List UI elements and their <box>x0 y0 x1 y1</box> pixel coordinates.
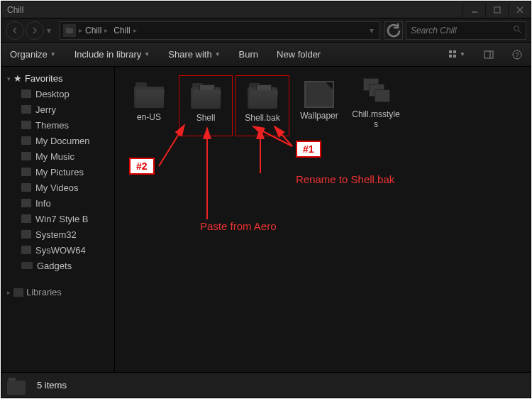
folder-item-en-us[interactable]: en-US <box>122 75 176 136</box>
svg-rect-9 <box>453 50 456 53</box>
include-in-library-button[interactable]: Include in library▼ <box>74 49 150 60</box>
folder-item-shell-bak[interactable]: Shell.bak <box>235 75 289 136</box>
svg-rect-1 <box>494 7 500 13</box>
msstyles-icon <box>360 78 392 106</box>
star-icon: ★ <box>13 73 22 84</box>
close-button[interactable] <box>508 3 531 17</box>
breadcrumb[interactable]: ▸ Chill ▸ Chill ▸ ▾ <box>60 21 380 40</box>
folder-icon <box>21 214 31 223</box>
toolbar-label: Burn <box>239 49 258 60</box>
gadgets-icon <box>21 262 33 269</box>
sidebar: ▾ ★ Favorites Desktop Jerry Themes My Do… <box>1 67 115 376</box>
sidebar-item-gadgets[interactable]: Gadgets <box>1 258 114 273</box>
sidebar-favorites-header[interactable]: ▾ ★ Favorites <box>1 71 114 86</box>
view-options-button[interactable]: ▼ <box>448 50 465 60</box>
help-button[interactable]: ? <box>512 50 522 60</box>
file-label: Chill.msstyles <box>350 109 401 129</box>
status-count: 5 items <box>37 380 67 390</box>
sidebar-item-label: Themes <box>35 120 69 131</box>
preview-pane-button[interactable] <box>484 50 494 60</box>
file-item-wallpaper[interactable]: Wallpaper <box>292 75 346 136</box>
sidebar-item-label: System32 <box>35 229 77 240</box>
history-dropdown-icon[interactable]: ▾ <box>47 26 55 35</box>
window-title: Chill <box>7 5 462 15</box>
folder-icon <box>63 24 76 37</box>
sidebar-header-label: Libraries <box>26 287 62 297</box>
breadcrumb-label: Chill <box>85 26 101 35</box>
annotation-callout-2: #2 <box>129 158 155 175</box>
annotation-text-rename: Rename to Shell.bak <box>296 173 394 185</box>
chevron-right-icon: ▸ <box>133 26 137 34</box>
svg-rect-10 <box>449 55 452 58</box>
breadcrumb-label: Chill <box>113 26 130 35</box>
svg-point-6 <box>514 26 519 31</box>
sidebar-header-label: Favorites <box>25 73 62 84</box>
file-label: Wallpaper <box>300 111 338 131</box>
breadcrumb-segment[interactable]: Chill ▸ <box>82 26 111 35</box>
chevron-down-icon: ▼ <box>215 51 221 58</box>
sidebar-item-label: My Videos <box>35 182 78 193</box>
file-label: Shell <box>196 113 216 133</box>
svg-rect-5 <box>66 28 69 29</box>
sidebar-item-label: Info <box>35 198 51 209</box>
folder-icon <box>21 121 31 129</box>
svg-text:?: ? <box>515 51 519 58</box>
back-button[interactable] <box>6 21 24 40</box>
folder-icon <box>21 89 31 98</box>
chevron-down-icon: ▼ <box>50 51 56 58</box>
sidebar-item-system32[interactable]: System32 <box>1 226 114 242</box>
maximize-button[interactable] <box>485 3 508 17</box>
folder-icon <box>21 230 31 239</box>
file-item-chill-msstyles[interactable]: Chill.msstyles <box>349 75 403 136</box>
toolbar-label: Share with <box>168 49 211 60</box>
folder-icon <box>21 183 31 192</box>
forward-button[interactable] <box>26 21 44 40</box>
sidebar-item-label: My Music <box>35 151 74 162</box>
folder-icon <box>21 152 31 160</box>
breadcrumb-segment[interactable]: Chill ▸ <box>111 26 139 35</box>
annotation-callout-1: #1 <box>296 141 321 158</box>
folder-icon <box>133 78 165 109</box>
toolbar-label: Organize <box>10 49 48 60</box>
chevron-right-icon: ▸ <box>104 26 108 34</box>
chevron-down-icon: ▼ <box>460 51 465 58</box>
sidebar-item-my-pictures[interactable]: My Pictures <box>1 164 114 180</box>
burn-button[interactable]: Burn <box>239 49 258 60</box>
sidebar-item-themes[interactable]: Themes <box>1 117 114 133</box>
share-with-button[interactable]: Share with▼ <box>168 49 220 60</box>
sidebar-item-syswow64[interactable]: SysWOW64 <box>1 242 114 258</box>
file-label: Shell.bak <box>245 113 279 133</box>
refresh-button[interactable] <box>384 21 403 40</box>
sidebar-item-my-documents[interactable]: My Documen <box>1 133 114 148</box>
folder-item-shell[interactable]: Shell <box>179 75 233 136</box>
svg-rect-11 <box>453 55 456 58</box>
sidebar-item-label: Win7 Style B <box>35 214 88 224</box>
search-box[interactable] <box>406 21 526 40</box>
sidebar-item-my-music[interactable]: My Music <box>1 148 114 164</box>
sidebar-item-win7-style[interactable]: Win7 Style B <box>1 211 114 226</box>
minimize-button[interactable] <box>462 3 485 17</box>
content-pane[interactable]: en-US Shell Shell.bak Wallpaper Chill.ms… <box>115 67 531 376</box>
sidebar-item-desktop[interactable]: Desktop <box>1 86 114 102</box>
svg-line-7 <box>519 31 521 33</box>
search-input[interactable] <box>411 26 510 35</box>
toolbar-label: New folder <box>277 49 321 60</box>
toolbar: Organize▼ Include in library▼ Share with… <box>1 43 531 67</box>
sidebar-item-label: Jerry <box>35 104 56 115</box>
sidebar-item-label: Gadgets <box>37 261 72 271</box>
sidebar-item-my-videos[interactable]: My Videos <box>1 180 114 195</box>
status-bar: 5 items <box>1 372 531 398</box>
chevron-down-icon[interactable]: ▾ <box>370 26 374 35</box>
chevron-down-icon: ▼ <box>144 51 150 58</box>
sidebar-item-info[interactable]: Info <box>1 195 114 211</box>
folder-icon <box>21 199 31 207</box>
svg-rect-4 <box>66 28 73 33</box>
svg-rect-12 <box>484 51 493 58</box>
chevron-right-icon: ▸ <box>7 289 11 296</box>
libraries-icon <box>13 288 23 297</box>
folder-icon <box>21 246 31 254</box>
organize-button[interactable]: Organize▼ <box>10 49 56 60</box>
new-folder-button[interactable]: New folder <box>277 49 321 60</box>
sidebar-libraries-header[interactable]: ▸ Libraries <box>1 285 114 300</box>
sidebar-item-jerry[interactable]: Jerry <box>1 102 114 117</box>
